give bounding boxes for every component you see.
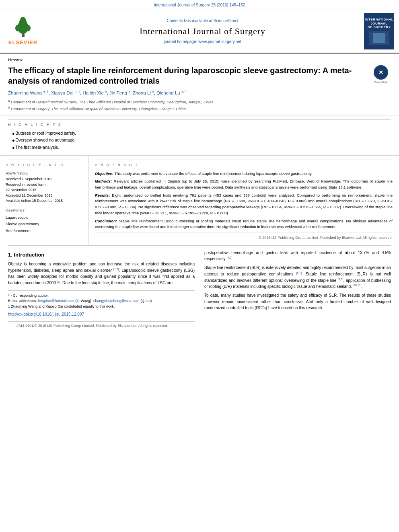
abstract-methods: Methods: Relevant articles published in … — [95, 179, 393, 190]
elsevier-brand: ELSEVIER — [8, 39, 37, 46]
journal-header: ELSEVIER Contents lists available at Sci… — [0, 10, 399, 53]
contents-label: Contents lists available at — [167, 18, 214, 23]
results-label: Results: — [95, 193, 110, 197]
intro-para-4: To date, many studies have investigated … — [204, 292, 391, 311]
article-info-title: A R T I C L E I N F O — [6, 160, 82, 168]
abstract-col: A B S T R A C T Objective: This study wa… — [88, 156, 399, 245]
affiliation-a: a Department of Gastrointestinal Surgery… — [8, 99, 367, 105]
keyword-2: Sleeve gastrectomy — [6, 221, 82, 227]
highlights-section: H I G H L I G H T S Buttress or roof imp… — [0, 115, 399, 156]
history-received: Received 1 September 2015 — [6, 177, 82, 182]
body-left-col: 1. Introduction Obesity is becoming a wo… — [8, 250, 195, 330]
ref-6-7[interactable]: [6,7] — [296, 271, 302, 274]
email-qicheng[interactable]: changyiluqicheng@sina.com — [93, 299, 140, 303]
abstract-copyright: © 2015 IJS Publishing Group Limited. Pub… — [95, 232, 393, 241]
affiliation-b: b Department of Surgery, The Third Affil… — [8, 105, 367, 112]
contents-line: Contents lists available at ScienceDirec… — [45, 18, 360, 24]
keyword-1: Laparoscopic — [6, 214, 82, 221]
ref-1-2[interactable]: [1,2] — [113, 268, 119, 271]
intro-text-left: Obesity is becoming a worldwide problem … — [8, 261, 195, 286]
intro-para-1: Obesity is becoming a worldwide problem … — [8, 261, 195, 286]
footnote-equal: 1 Zhaoming Wang and Xiaoyu Dai contribut… — [8, 304, 195, 310]
email-fengdun[interactable]: fengdun@hotmail.com — [38, 299, 74, 303]
keyword-3: Reinforcement — [6, 228, 82, 234]
svg-point-4 — [20, 17, 26, 23]
highlight-item-1: Buttress or roof improved safety. — [12, 130, 391, 137]
ref-10-11[interactable]: [10,11] — [353, 284, 361, 287]
journal-homepage: journal homepage: www.journal-surgery.ne… — [45, 39, 360, 45]
body-right-col: postoperative hemorrhage and gastric lea… — [204, 250, 391, 330]
body-two-col: 1. Introduction Obesity is becoming a wo… — [8, 250, 391, 330]
email-wang: (Z. Wang), — [75, 299, 93, 303]
history-revised-date: 22 November 2015 — [6, 187, 82, 193]
article-type: Review — [0, 53, 399, 64]
article-title-content: The efficacy of staple line reinforcemen… — [8, 65, 367, 112]
intro-para-2: postoperative hemorrhage and gastric lea… — [204, 250, 391, 262]
doi-line[interactable]: http://dx.doi.org/10.1016/j.ijsu.2015.12… — [8, 312, 195, 317]
intro-para-3: Staple line reinforcement (SLR) is exten… — [204, 265, 391, 290]
top-bar: International Journal of Surgery 25 (201… — [0, 0, 399, 10]
author-sup-a2: a — [105, 90, 107, 93]
author-sup-a1: a, 1 — [43, 90, 48, 93]
email-lu: (Q. Lu). — [140, 299, 153, 303]
history-revised-label: Received in revised form — [6, 182, 82, 188]
footnote-emails: E-mail addresses: fengdun@hotmail.com (Z… — [8, 298, 195, 304]
abstract-objective: Objective: This study was performed to e… — [95, 171, 393, 177]
article-info-col: A R T I C L E I N F O Article history: R… — [0, 156, 88, 245]
footnote-corresponding: * * Corresponding author. — [8, 293, 195, 299]
conclusion-text: Staple line reinforcement using buttress… — [95, 219, 393, 229]
history-online: Available online 15 December 2015 — [6, 198, 82, 204]
journal-citation: International Journal of Surgery 25 (201… — [154, 3, 245, 7]
results-text: Eight randomized controlled trials invol… — [95, 193, 393, 215]
objective-label: Objective: — [95, 171, 113, 176]
svg-point-6 — [26, 25, 31, 31]
journal-title-area: Contents lists available at ScienceDirec… — [41, 18, 364, 45]
article-main-title: The efficacy of staple line reinforcemen… — [8, 65, 367, 86]
conclusion-label: Conclusion: — [95, 219, 117, 223]
sciencedirect-link[interactable]: ScienceDirect — [214, 18, 239, 23]
email-label: E-mail addresses: — [8, 299, 38, 303]
homepage-label: journal homepage: — [164, 39, 197, 44]
highlights-title: H I G H L I G H T S — [8, 119, 391, 127]
ref-8-9[interactable]: [8,9] — [338, 278, 343, 281]
footnote-area: * * Corresponding author. E-mail address… — [8, 290, 195, 310]
article-authors: Zhaoming Wang a, 1, Xiaoyu Dai b, 1, Hai… — [8, 89, 367, 96]
svg-point-5 — [15, 25, 20, 31]
objective-text: This study was performed to evaluate the… — [114, 171, 312, 176]
author-haibin: Haibin Xie — [82, 90, 103, 95]
intro-text-right: postoperative hemorrhage and gastric lea… — [204, 250, 391, 311]
article-affiliations: a Department of Gastrointestinal Surgery… — [8, 99, 367, 112]
main-body: 1. Introduction Obesity is becoming a wo… — [0, 246, 399, 334]
page-footer: 1743-9191/© 2015 IJS Publishing Group Li… — [8, 321, 195, 330]
author-zhong: Zhong Li — [133, 90, 151, 95]
journal-main-title: International Journal of Surgery — [45, 25, 360, 38]
highlight-item-2: Oversew showed no advantage. — [12, 137, 391, 144]
journal-cover-image: INTERNATIONALJOURNALOF SURGERY — [364, 13, 394, 49]
author-sup-a3: a — [128, 90, 130, 93]
author-sup-b1: b, 1 — [75, 90, 80, 93]
crossmark-label: CrossMark — [374, 80, 388, 84]
crossmark-badge[interactable]: ✕ CrossMark — [371, 65, 391, 84]
abstract-conclusion: Conclusion: Staple line reinforcement us… — [95, 218, 393, 230]
highlights-list: Buttress or roof improved safety. Overse… — [8, 130, 391, 151]
highlight-item-3: The first meta-analysis. — [12, 144, 391, 151]
ref-4-5[interactable]: [4,5] — [227, 256, 232, 259]
author-jin: Jin Feng — [109, 90, 127, 95]
elsevier-tree-icon — [12, 16, 34, 38]
elsevier-logo: ELSEVIER — [5, 16, 41, 46]
author-sup-a5: a, * — [181, 90, 186, 93]
keywords-section: Keywords: Laparoscopic Sleeve gastrectom… — [6, 208, 82, 234]
article-header: The efficacy of staple line reinforcemen… — [0, 64, 399, 115]
page-container: International Journal of Surgery 25 (201… — [0, 0, 399, 334]
crossmark-icon: ✕ — [374, 65, 388, 80]
methods-text: Relevant articles published in English (… — [95, 179, 393, 189]
author-qicheng: Qicheng Lu — [156, 90, 180, 95]
keywords-title: Keywords: — [6, 208, 82, 213]
ref-3[interactable]: [3] — [57, 280, 60, 283]
author-sup-a4: a — [152, 90, 154, 93]
author-xiaoyu: Xiaoyu Dai — [51, 90, 74, 95]
intro-heading: 1. Introduction — [8, 251, 195, 259]
abstract-text: Objective: This study was performed to e… — [95, 171, 393, 241]
homepage-url[interactable]: www.journal-surgery.net — [198, 39, 241, 44]
abstract-results: Results: Eight randomized controlled tri… — [95, 193, 393, 216]
